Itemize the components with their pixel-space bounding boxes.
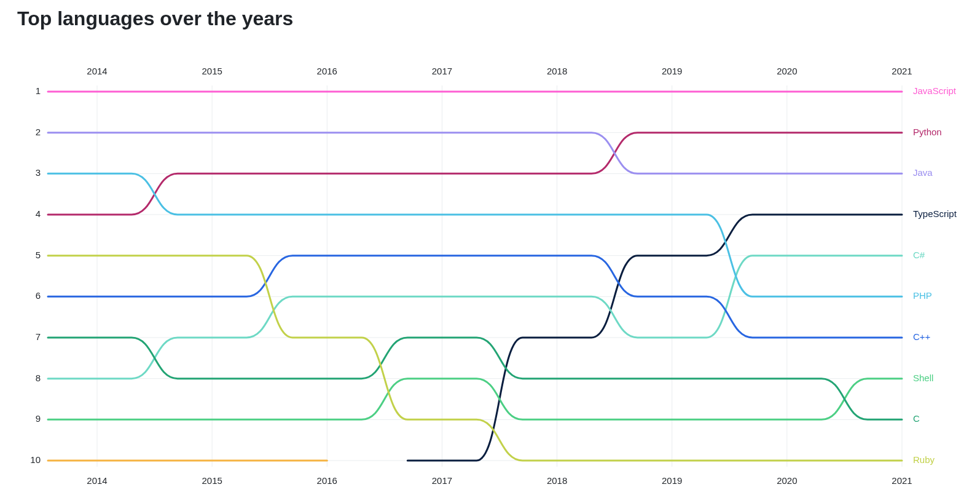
x-axis-label-bottom: 2015 xyxy=(202,475,222,486)
y-axis-rank-label: 8 xyxy=(36,373,41,383)
y-axis-rank-label: 4 xyxy=(36,208,41,219)
x-axis-label-bottom: 2021 xyxy=(892,475,912,486)
bump-chart: 2014201420152015201620162017201720182018… xyxy=(17,67,968,495)
x-axis-label-top: 2020 xyxy=(777,67,797,76)
x-axis-label-top: 2017 xyxy=(432,67,452,76)
series-label: Python xyxy=(913,127,942,137)
series-label: C++ xyxy=(913,331,931,342)
x-axis-label-top: 2021 xyxy=(892,67,912,76)
x-axis-label-top: 2015 xyxy=(202,67,222,76)
series-label: JavaScript xyxy=(913,85,957,96)
series-label: C# xyxy=(913,250,925,260)
series-label: TypeScript xyxy=(913,208,957,219)
y-axis-rank-label: 9 xyxy=(36,413,41,424)
x-axis-label-bottom: 2019 xyxy=(662,475,682,486)
series-label: Java xyxy=(913,167,933,178)
x-axis-label-top: 2016 xyxy=(317,67,337,76)
x-axis-label-bottom: 2018 xyxy=(547,475,567,486)
y-axis-rank-label: 6 xyxy=(36,290,41,301)
x-axis-label-bottom: 2017 xyxy=(432,475,452,486)
x-axis-label-bottom: 2020 xyxy=(777,475,797,486)
series-line xyxy=(48,256,902,461)
y-axis-rank-label: 1 xyxy=(36,85,41,96)
series-label: Ruby xyxy=(913,454,935,465)
chart-title: Top languages over the years xyxy=(17,7,968,30)
x-axis-label-top: 2014 xyxy=(87,67,107,76)
series-line xyxy=(48,379,902,420)
x-axis-label-top: 2018 xyxy=(547,67,567,76)
y-axis-rank-label: 7 xyxy=(36,331,41,342)
series-line xyxy=(48,256,902,379)
y-axis-rank-label: 3 xyxy=(36,167,41,178)
x-axis-label-bottom: 2016 xyxy=(317,475,337,486)
series-label: PHP xyxy=(913,290,932,301)
series-label: C xyxy=(913,413,920,424)
x-axis-label-top: 2019 xyxy=(662,67,682,76)
y-axis-rank-label: 2 xyxy=(36,127,41,137)
series-label: Shell xyxy=(913,373,933,383)
series-line xyxy=(48,133,902,174)
x-axis-label-bottom: 2014 xyxy=(87,475,107,486)
series-line xyxy=(48,173,902,296)
y-axis-rank-label: 5 xyxy=(36,250,41,260)
y-axis-rank-label: 10 xyxy=(30,454,41,465)
